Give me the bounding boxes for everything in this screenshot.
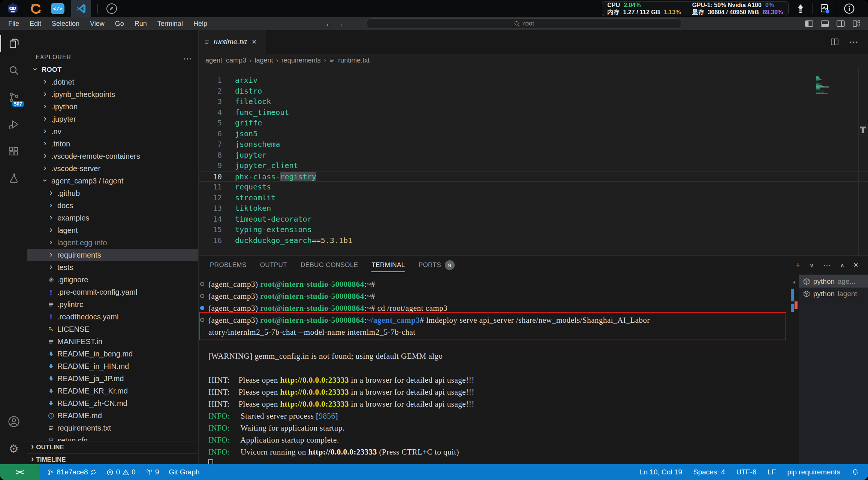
git-graph-status[interactable]: Git Graph [169, 468, 199, 476]
git-branch-status[interactable]: 81e7ace8 [47, 468, 97, 476]
compass-icon[interactable] [104, 0, 120, 17]
menu-run[interactable]: Run [129, 17, 152, 30]
code-app-icon[interactable]: </> [50, 0, 65, 17]
breadcrumb-item[interactable]: lagent [254, 57, 273, 64]
tree-item--triton[interactable]: ›.triton [27, 138, 198, 150]
tree-item-license[interactable]: LICENSE [27, 323, 198, 335]
panel-tab-output[interactable]: OUTPUT [260, 256, 287, 274]
terminal-list-item[interactable]: ▴$pythonage... [799, 275, 868, 288]
panel-tab-ports[interactable]: PORTS9 [419, 256, 455, 274]
command-decoration-icon[interactable] [200, 294, 204, 298]
tree-item--pylintrc[interactable]: .pylintrc [27, 298, 198, 311]
tree-item--vscode-server[interactable]: ›.vscode-server [27, 162, 198, 175]
tree-item--gitignore[interactable]: .gitignore [27, 274, 198, 286]
tree-item-requirements[interactable]: ›requirements [27, 249, 198, 261]
editor-line[interactable]: 2distro [199, 86, 868, 97]
editor-line[interactable]: 14timeout-decorator [199, 214, 868, 225]
encoding-status[interactable]: UTF-8 [736, 468, 756, 476]
maximize-panel-icon[interactable]: ∧ [840, 262, 844, 269]
editor-more-actions-icon[interactable]: ⋯ [849, 37, 858, 47]
tree-item-root[interactable]: ›ROOT [27, 64, 198, 76]
tree-item--jupyter[interactable]: ›.jupyter [27, 113, 198, 125]
tree-item-readme-kr-kr-md[interactable]: README_KR_Kr.md [27, 385, 198, 397]
tree-item-lagent[interactable]: ›lagent [27, 224, 198, 237]
editor-line[interactable]: 6json5 [199, 128, 868, 139]
tree-item-setup-cfg[interactable]: ⚙setup.cfg [27, 434, 198, 441]
breadcrumb-item[interactable]: requirements [281, 57, 321, 64]
loading-spinner-icon[interactable] [28, 0, 43, 17]
nav-back-icon[interactable]: ← [325, 19, 332, 28]
close-panel-icon[interactable]: × [853, 260, 858, 270]
editor-line[interactable]: 3filelock [199, 96, 868, 107]
tab-close-icon[interactable]: × [252, 37, 257, 47]
terminal-list-item[interactable]: $pythonlagent [799, 288, 868, 300]
editor-line[interactable]: 9jupyter_client [199, 160, 868, 171]
upgrade-icon[interactable] [789, 3, 813, 14]
editor-line[interactable]: 4func_timeout [199, 107, 868, 118]
menu-view[interactable]: View [85, 17, 110, 30]
customize-layout-icon[interactable] [852, 19, 861, 28]
search-view-icon[interactable] [0, 57, 27, 84]
split-editor-icon[interactable] [830, 37, 840, 47]
problems-status[interactable]: 0 0 [106, 468, 135, 476]
tree-item-lagent-egg-info[interactable]: ›lagent.egg-info [27, 237, 198, 249]
menu-selection[interactable]: Selection [46, 17, 85, 30]
tree-item-readme-in-hin-md[interactable]: README_in_HIN.md [27, 360, 198, 373]
extensions-icon[interactable] [0, 138, 27, 165]
forwarded-ports-status[interactable]: 9 [145, 468, 159, 476]
explorer-more-actions-icon[interactable]: ⋯ [183, 57, 192, 61]
indentation-status[interactable]: Spaces: 4 [693, 468, 725, 476]
tree-item-agent-camp3-lagent[interactable]: ›agent_camp3 / lagent [27, 175, 198, 187]
editor-line[interactable]: 7jsonschema [199, 139, 868, 150]
menu-help[interactable]: Help [188, 17, 213, 30]
tree-item-manifest-in[interactable]: MANIFEST.in [27, 335, 198, 348]
activity-monitor-icon[interactable] [813, 3, 837, 15]
account-icon[interactable] [0, 408, 27, 435]
testing-icon[interactable] [0, 165, 27, 192]
new-terminal-icon[interactable]: + [796, 260, 801, 270]
info-icon[interactable] [837, 3, 861, 15]
menu-edit[interactable]: Edit [24, 17, 46, 30]
tree-item--vscode-remote-containers[interactable]: ›.vscode-remote-containers [27, 150, 198, 162]
editor-line[interactable]: 15typing-extensions [199, 224, 868, 235]
tree-item-readme-ja-jp-md[interactable]: README_ja_JP.md [27, 373, 198, 385]
tree-item-requirements-txt[interactable]: requirements.txt [27, 422, 198, 434]
menu-file[interactable]: File [3, 17, 24, 30]
tree-item--pre-commit-config-yaml[interactable]: !.pre-commit-config.yaml [27, 286, 198, 298]
tree-item--dotnet[interactable]: ›.dotnet [27, 76, 198, 88]
editor-line[interactable]: 5griffe [199, 118, 868, 128]
editor-line[interactable]: 8jupyter [199, 150, 868, 161]
panel-more-actions-icon[interactable]: ⋯ [823, 260, 831, 270]
breadcrumb-item[interactable]: agent_camp3 [205, 57, 246, 64]
editor-line[interactable]: 10phx-class-registry [199, 171, 868, 182]
command-search-input[interactable]: root [366, 18, 682, 29]
tree-item--ipython[interactable]: ›.ipython [27, 101, 198, 113]
run-debug-icon[interactable] [0, 111, 27, 138]
command-decoration-icon[interactable] [200, 318, 204, 322]
internstudio-logo-icon[interactable] [5, 0, 20, 17]
panel-tab-terminal[interactable]: TERMINAL [371, 256, 405, 274]
remote-indicator[interactable]: >< [0, 464, 39, 480]
eol-status[interactable]: LF [768, 468, 776, 476]
tree-item--ipynb-checkpoints[interactable]: ›.ipynb_checkpoints [27, 88, 198, 101]
editor-line[interactable]: 1arxiv [199, 75, 868, 86]
minimap[interactable] [816, 76, 858, 94]
tree-item--nv[interactable]: ›.nv [27, 125, 198, 138]
editor-line[interactable]: 16duckduckgo_search==5.3.1b1 [199, 235, 868, 246]
panel-tab-debug-console[interactable]: DEBUG CONSOLE [301, 256, 358, 274]
terminal-output[interactable]: (agent_camp3) root@intern-studio-5000886… [199, 274, 799, 464]
menu-go[interactable]: Go [110, 17, 129, 30]
tree-item-docs[interactable]: ›docs [27, 200, 198, 212]
editor-line[interactable]: 13tiktoken [199, 203, 868, 214]
terminal-scrollbar[interactable] [787, 274, 798, 464]
explorer-icon[interactable] [0, 30, 27, 57]
vscode-app-icon[interactable] [71, 0, 91, 17]
language-mode-status[interactable]: pip requirements [787, 468, 840, 476]
toggle-panel-icon[interactable] [820, 19, 830, 28]
tree-item-readme-md[interactable]: README.md [27, 410, 198, 422]
command-decoration-icon[interactable] [200, 306, 204, 310]
timeline-section[interactable]: ›TIMELINE [27, 453, 198, 464]
toggle-secondary-sidebar-icon[interactable] [836, 19, 846, 28]
tab-runtime-txt[interactable]: runtime.txt × [199, 30, 266, 54]
editor-line[interactable]: 12streamlit [199, 192, 868, 203]
